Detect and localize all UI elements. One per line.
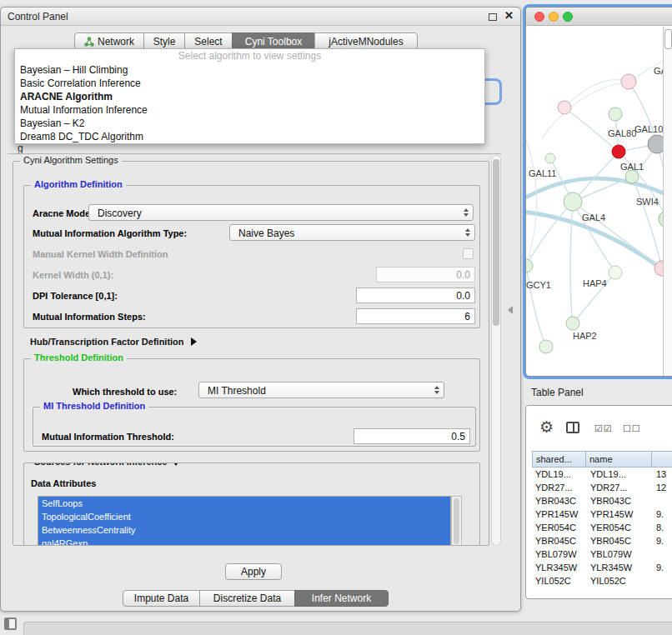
table-cell: YBL079W xyxy=(535,548,577,561)
network-node[interactable] xyxy=(609,108,622,121)
popup-item-mutual-information[interactable]: Mutual Information Inference xyxy=(15,103,484,117)
popup-item-aracne[interactable]: ARACNE Algorithm xyxy=(15,90,484,103)
table-cell: YIL052C xyxy=(590,574,626,588)
network-node[interactable] xyxy=(545,153,555,163)
network-vertical-scrollbar[interactable] xyxy=(663,27,672,376)
node-label: HAP2 xyxy=(573,331,597,341)
manual-kernel-width-label: Manual Kernel Width Definition xyxy=(33,248,168,261)
popup-item-bayesian-k2[interactable]: Bayesian – K2 xyxy=(15,117,484,130)
table-row[interactable]: YDL19... YDL19... 13 xyxy=(526,468,672,481)
attributes-list-scrollbar[interactable] xyxy=(451,496,462,546)
mi-steps-label: Mutual Information Steps: xyxy=(33,310,146,323)
data-attributes-list[interactable]: SelfLoops TopologicalCoefficient Between… xyxy=(38,496,451,546)
control-panel-titlebar[interactable]: Control Panel ✕ xyxy=(1,8,520,26)
collapse-down-icon xyxy=(172,462,180,466)
kernel-width-label: Kernel Width (0,1): xyxy=(33,268,113,282)
columns-icon[interactable] xyxy=(566,422,579,433)
scrollbar-thumb[interactable] xyxy=(664,29,672,49)
which-threshold-select[interactable]: MI Threshold xyxy=(198,382,444,398)
settings-scrollbar[interactable] xyxy=(491,155,501,546)
popup-item-dream8[interactable]: Dream8 DC_TDC Algorithm xyxy=(15,130,484,143)
tab-label: Style xyxy=(153,36,176,48)
list-item[interactable]: SelfLoops xyxy=(38,497,450,510)
table-cell: YDL19... xyxy=(590,468,626,481)
tab-infer-network[interactable]: Infer Network xyxy=(294,590,389,607)
network-node[interactable] xyxy=(539,340,553,353)
manual-kernel-width-checkbox[interactable] xyxy=(463,248,474,259)
gear-icon[interactable]: ⚙ xyxy=(539,418,554,437)
network-window-titlebar[interactable] xyxy=(526,8,672,26)
table-row[interactable]: YER054C YER054C 8. xyxy=(526,521,672,534)
network-node-gcy1[interactable] xyxy=(526,259,533,272)
tab-style[interactable]: Style xyxy=(143,32,185,50)
tab-select[interactable]: Select xyxy=(184,32,233,50)
control-panel-window: Control Panel ✕ Network Style Select Cyn… xyxy=(0,7,521,612)
mi-threshold-field[interactable] xyxy=(354,428,470,444)
tab-discretize-data[interactable]: Discretize Data xyxy=(199,590,295,607)
popup-item-bayesian-hill-climbing[interactable]: Bayesian – Hill Climbing xyxy=(15,63,484,77)
table-cell: YBR043C xyxy=(590,494,631,508)
close-window-icon[interactable]: ✕ xyxy=(504,9,514,22)
deselect-all-checkboxes-icon[interactable]: ☐☐ xyxy=(623,423,641,434)
select-all-checkboxes-icon[interactable]: ☑☑ xyxy=(594,423,613,434)
tab-cyni-toolbox[interactable]: Cyni Toolbox xyxy=(232,32,315,50)
table-row[interactable]: YBR045C YBR045C 9. xyxy=(526,534,672,548)
dpi-tolerance-label: DPI Tolerance [0,1]: xyxy=(33,289,118,302)
network-canvas[interactable]: GAL80 GAL10 GAL11 GAL1 SWI4 GAL4 GCY1 HA… xyxy=(526,27,672,377)
network-node-hap4[interactable] xyxy=(609,266,622,279)
list-item[interactable]: BetweennessCentrality xyxy=(38,523,450,537)
node-label: GAL10 xyxy=(634,124,663,134)
column-header-clipped[interactable] xyxy=(651,451,672,468)
kernel-width-field[interactable] xyxy=(376,267,475,282)
which-threshold-label: Which threshold to use: xyxy=(73,385,177,398)
tab-network[interactable]: Network xyxy=(74,32,144,50)
float-window-icon[interactable] xyxy=(489,13,497,21)
mi-steps-field[interactable] xyxy=(356,308,475,324)
column-header-shared-name[interactable]: shared... xyxy=(532,451,586,468)
list-item[interactable]: TopologicalCoefficient xyxy=(38,510,450,523)
table-cell: YER054C xyxy=(590,521,631,534)
network-node[interactable] xyxy=(621,74,636,89)
list-item[interactable]: gal4RGexp xyxy=(38,537,450,546)
table-row[interactable]: YIL052C YIL052C xyxy=(526,574,672,588)
collapsed-panel-bar[interactable] xyxy=(23,622,672,635)
column-header-name[interactable]: name xyxy=(585,451,652,468)
splitter-collapse-handle[interactable] xyxy=(508,306,513,314)
network-node-hap2[interactable] xyxy=(566,317,579,330)
scrollbar-thumb[interactable] xyxy=(493,159,499,326)
table-row[interactable]: YPR145W YPR145W 9. xyxy=(526,508,672,521)
aracne-mode-select[interactable]: Discovery xyxy=(88,204,474,221)
network-node-selected[interactable] xyxy=(612,145,625,158)
tab-impute-data[interactable]: Impute Data xyxy=(123,590,200,607)
network-node[interactable] xyxy=(558,101,571,114)
scrollbar-thumb[interactable] xyxy=(454,498,459,544)
network-node-gal4[interactable] xyxy=(564,192,582,211)
data-attributes-label: Data Attributes xyxy=(31,477,96,490)
sources-group: Sources for Network Inference Data Attri… xyxy=(23,462,480,546)
table-row[interactable]: YDR27... YDR27... 12 xyxy=(526,481,672,494)
popup-item-basic-correlation[interactable]: Basic Correlation Inference xyxy=(15,77,484,90)
hub-definition-toggle[interactable]: Hub/Transcription Factor Definition xyxy=(30,335,197,348)
table-cell: YBR045C xyxy=(535,534,576,548)
mi-algorithm-type-select[interactable]: Naive Bayes xyxy=(229,224,475,241)
stepper-arrows-icon xyxy=(464,208,469,217)
combo-value: MI Threshold xyxy=(208,383,266,398)
table-row[interactable]: YBL079W YBL079W xyxy=(526,548,672,561)
node-labels: GAL80 GAL10 GAL11 GAL1 SWI4 GAL4 GCY1 HA… xyxy=(526,66,672,341)
table-row[interactable]: YLR345W YLR345W 9. xyxy=(526,561,672,574)
apply-button[interactable]: Apply xyxy=(225,563,282,580)
group-title-sources[interactable]: Sources for Network Inference xyxy=(31,462,183,467)
group-title-cyni-settings: Cyni Algorithm Settings xyxy=(20,155,122,165)
node-label: HAP4 xyxy=(583,278,607,288)
aracne-mode-label: Aracne Mode: xyxy=(33,207,93,220)
threshold-definition-group: Threshold Definition Which threshold to … xyxy=(23,358,480,452)
close-traffic-light-icon[interactable] xyxy=(534,12,544,22)
scrollpane-border xyxy=(8,153,501,154)
network-node-gal1[interactable] xyxy=(625,170,639,183)
dpi-tolerance-field[interactable] xyxy=(356,288,475,303)
zoom-traffic-light-icon[interactable] xyxy=(563,12,573,22)
minimize-traffic-light-icon[interactable] xyxy=(549,12,559,22)
tab-jactivemodules[interactable]: jActiveMNodules xyxy=(314,32,418,50)
restore-panel-icon[interactable] xyxy=(4,618,17,630)
table-row[interactable]: YBR043C YBR043C xyxy=(526,494,672,508)
